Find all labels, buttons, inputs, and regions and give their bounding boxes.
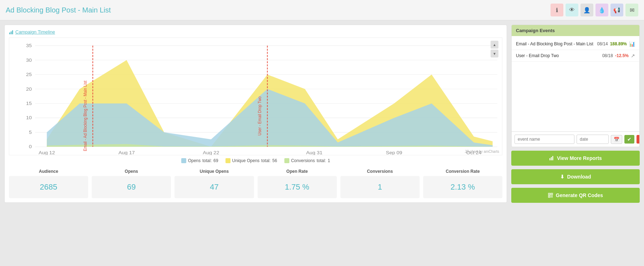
svg-rect-43	[551, 197, 552, 197]
svg-text:User - Email Drop Two: User - Email Drop Two	[257, 96, 262, 136]
svg-rect-36	[549, 194, 549, 195]
chart-title: Campaign Timeline	[15, 29, 55, 35]
svg-text:Aug 17: Aug 17	[118, 150, 135, 155]
chart-legend: Opens total: 69 Unique Opens total: 56 C…	[9, 158, 502, 163]
chart-area: 35 30 25 20 15 10 5 0 Aug 12 Aug 17 Aug …	[9, 37, 502, 155]
svg-text:20: 20	[26, 87, 32, 92]
svg-rect-2	[12, 30, 13, 34]
stat-open-rate: Open Rate 1.75 %	[258, 169, 337, 198]
stat-conversions-value: 1	[340, 176, 420, 198]
svg-text:25: 25	[26, 72, 32, 77]
info-button[interactable]: ℹ	[551, 4, 563, 16]
campaign-events-list: Email - Ad Blocking Blog Post - Main Lis…	[512, 36, 639, 131]
cancel-event-button[interactable]: ✖	[637, 135, 640, 144]
stat-unique-opens-value: 47	[174, 176, 254, 198]
event-name-input[interactable]	[514, 135, 574, 144]
external-link-icon[interactable]: ↗	[631, 53, 635, 59]
legend-opens-color	[181, 158, 186, 163]
amcharts-label: JS chart by amCharts	[465, 150, 499, 154]
svg-rect-44	[552, 197, 553, 197]
campaign-events-box: Campaign Events Email - Ad Blocking Blog…	[511, 25, 640, 147]
bar-chart-icon	[549, 156, 554, 161]
svg-text:15: 15	[26, 101, 32, 106]
legend-unique-total: 56	[272, 158, 277, 163]
legend-opens-total: 69	[213, 158, 218, 163]
scroll-up-arrow[interactable]: ▲	[491, 41, 498, 49]
stats-row: Audience 2685 Opens 69 Unique Opens 47 O…	[9, 169, 502, 198]
legend-conv-color	[284, 158, 289, 163]
stat-opens: Opens 69	[92, 169, 171, 198]
legend-opens: Opens total: 69	[181, 158, 218, 163]
stat-unique-opens-label: Unique Opens	[174, 169, 254, 174]
svg-text:30: 30	[26, 58, 32, 63]
svg-rect-42	[552, 196, 553, 196]
stat-audience: Audience 2685	[9, 169, 88, 198]
svg-text:Email - Ad Blocking Blog Post : Email - Ad Blocking Blog Post - Main Lis…	[82, 80, 88, 151]
main-content: Campaign Timeline 35 30 25 20 15	[0, 20, 644, 207]
download-button[interactable]: ⬇ Download	[511, 169, 640, 184]
chart-bar-event-icon[interactable]: 📊	[629, 41, 635, 47]
stat-audience-value: 2685	[9, 176, 88, 198]
page-title: Ad Blocking Blog Post - Main List	[6, 6, 111, 14]
stat-opens-label: Opens	[92, 169, 171, 174]
top-bar: Ad Blocking Blog Post - Main List ℹ 👁 👤 …	[0, 0, 644, 20]
svg-rect-1	[11, 31, 12, 34]
campaign-events-header: Campaign Events	[512, 25, 639, 36]
confirm-event-button[interactable]: ✔	[624, 135, 634, 144]
view-more-reports-button[interactable]: View More Reports	[511, 151, 640, 166]
stat-unique-opens: Unique Opens 47	[174, 169, 254, 198]
stat-conversion-rate-label: Conversion Rate	[423, 169, 502, 174]
calendar-button[interactable]: 📅	[611, 135, 622, 144]
generate-qr-label: Generate QR Codes	[556, 192, 603, 198]
eye-button[interactable]: 👁	[566, 4, 578, 16]
svg-text:Sep 09: Sep 09	[386, 150, 402, 155]
svg-rect-32	[549, 158, 551, 160]
megaphone-button[interactable]: 📢	[610, 4, 623, 16]
left-panel: Campaign Timeline 35 30 25 20 15	[4, 25, 507, 203]
stat-conversion-rate-value: 2.13 %	[423, 176, 502, 198]
svg-text:10: 10	[26, 116, 32, 121]
event-row-2: User - Email Drop Two 08/18 -12.5% ↗	[512, 50, 639, 62]
legend-unique-opens: Unique Opens total: 56	[225, 158, 277, 163]
event-input-row: 📅 ✔ ✖	[512, 131, 639, 147]
svg-rect-34	[552, 156, 553, 160]
legend-conv-total: 1	[328, 158, 330, 163]
download-icon: ⬇	[560, 174, 564, 180]
svg-rect-38	[551, 194, 552, 195]
svg-text:0: 0	[29, 145, 32, 150]
campaign-timeline-link[interactable]: Campaign Timeline	[9, 29, 55, 35]
svg-text:5: 5	[29, 130, 32, 135]
legend-unique-color	[225, 158, 230, 163]
svg-text:Aug 31: Aug 31	[306, 150, 323, 155]
event-rate-1: 188.89%	[610, 41, 627, 46]
user-button[interactable]: 👤	[580, 4, 593, 16]
scroll-down-arrow[interactable]: ▼	[491, 50, 498, 57]
svg-rect-0	[9, 32, 10, 34]
event-name-1: Email - Ad Blocking Blog Post - Main Lis…	[516, 41, 595, 46]
legend-conv-total-label: total:	[316, 158, 326, 163]
event-date-1: 08/14	[597, 41, 608, 46]
right-panel: Campaign Events Email - Ad Blocking Blog…	[511, 25, 640, 203]
legend-unique-total-label: total:	[261, 158, 270, 163]
legend-opens-total-label: total:	[202, 158, 212, 163]
drop-button[interactable]: 💧	[595, 4, 608, 16]
stat-conversions-label: Conversions	[340, 169, 420, 174]
view-more-reports-label: View More Reports	[557, 155, 602, 161]
chart-bar-icon	[9, 30, 14, 35]
event-date-input[interactable]	[577, 135, 609, 144]
svg-text:Aug 12: Aug 12	[39, 150, 55, 155]
chart-header: Campaign Timeline	[9, 29, 502, 35]
legend-unique-label: Unique Opens	[232, 158, 260, 163]
chart-svg: 35 30 25 20 15 10 5 0 Aug 12 Aug 17 Aug …	[9, 38, 502, 155]
download-label: Download	[567, 174, 591, 180]
svg-rect-40	[549, 196, 549, 197]
generate-qr-button[interactable]: Generate QR Codes	[511, 188, 640, 203]
legend-conversions: Conversions total: 1	[284, 158, 330, 163]
send-button[interactable]: ✉	[625, 4, 638, 16]
svg-text:35: 35	[26, 43, 32, 48]
event-name-2: User - Email Drop Two	[516, 53, 600, 58]
legend-opens-label: Opens	[188, 158, 201, 163]
stat-open-rate-value: 1.75 %	[258, 176, 337, 198]
chart-scroll-handle: ▲ ▼	[491, 41, 498, 57]
svg-rect-41	[551, 196, 552, 196]
